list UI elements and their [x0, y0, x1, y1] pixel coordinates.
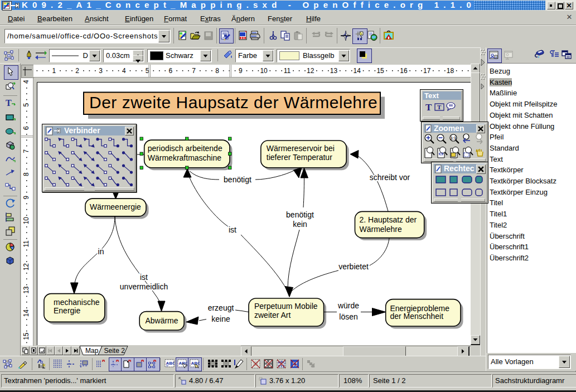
svg-text:7: 7 [192, 67, 196, 75]
svg-text:A: A [495, 56, 497, 59]
svg-text:12: 12 [22, 263, 30, 271]
svg-text:6: 6 [22, 126, 30, 130]
svg-text:benötigt: benötigt [224, 175, 251, 184]
svg-text:ist: ist [229, 225, 236, 234]
svg-text:2. Hauptsatz der: 2. Hauptsatz der [360, 215, 417, 224]
svg-text:würde: würde [337, 301, 359, 310]
svg-text:schreibt vor: schreibt vor [370, 173, 410, 182]
svg-text:Der zweite Haupsatz der Wärmel: Der zweite Haupsatz der Wärmelehre [89, 93, 377, 112]
svg-text:1: 1 [52, 67, 56, 75]
svg-text:4: 4 [122, 67, 126, 75]
svg-text:kein: kein [293, 220, 307, 229]
svg-text:8: 8 [215, 67, 219, 75]
svg-text:11: 11 [22, 240, 30, 248]
svg-text:2: 2 [75, 67, 79, 75]
svg-text:13: 13 [330, 67, 338, 75]
svg-text:Energie: Energie [54, 306, 80, 315]
svg-text:Wärmeenergie: Wärmeenergie [90, 202, 141, 211]
svg-text:Wärmereservoir bei: Wärmereservoir bei [267, 144, 335, 153]
svg-text:18: 18 [447, 67, 454, 75]
svg-text:14: 14 [354, 67, 361, 75]
svg-text:10: 10 [22, 217, 30, 225]
svg-text:T: T [437, 104, 442, 110]
svg-text:Seite 2: Seite 2 [104, 347, 125, 355]
svg-text:7: 7 [22, 149, 30, 153]
svg-text:zweiter Art: zweiter Art [254, 311, 291, 320]
svg-text:Wärmekraftmaschine: Wärmekraftmaschine [148, 153, 221, 162]
svg-text:11: 11 [284, 67, 291, 75]
svg-text:15: 15 [22, 332, 30, 340]
svg-text:14: 14 [22, 309, 30, 317]
svg-text:9: 9 [22, 196, 30, 200]
svg-text:3: 3 [99, 67, 103, 75]
svg-text:der Menschheit: der Menschheit [390, 312, 443, 321]
svg-text:5: 5 [22, 103, 30, 107]
svg-text:10: 10 [260, 67, 268, 75]
svg-text:T: T [425, 102, 432, 112]
svg-text:1:1: 1:1 [451, 136, 456, 140]
svg-text:verbietet: verbietet [338, 262, 369, 271]
svg-text:9: 9 [239, 67, 243, 75]
svg-text:15: 15 [376, 67, 384, 75]
svg-text:6: 6 [169, 67, 173, 75]
svg-text:ABC: ABC [166, 361, 175, 366]
svg-text:Abwärme: Abwärme [145, 316, 178, 325]
svg-text:keine: keine [211, 314, 230, 323]
svg-text:ist: ist [140, 273, 148, 282]
svg-text:Wärmelehre: Wärmelehre [360, 225, 402, 234]
svg-text:lösen: lösen [339, 312, 357, 321]
svg-text:T: T [6, 98, 12, 108]
svg-text:periodisch arbeitende: periodisch arbeitende [148, 144, 222, 153]
svg-text:12: 12 [307, 67, 314, 75]
svg-text:in: in [98, 247, 104, 256]
svg-text:Perpetuum Mobile: Perpetuum Mobile [254, 302, 318, 311]
svg-text:Map: Map [85, 347, 99, 355]
svg-text:17: 17 [423, 67, 431, 75]
svg-text:unvermeidlich: unvermeidlich [120, 282, 168, 291]
svg-text:13: 13 [22, 286, 30, 294]
svg-text:tieferer Temperatur: tieferer Temperatur [267, 153, 332, 162]
svg-text:4: 4 [22, 80, 30, 84]
svg-text:benötigt: benötigt [286, 210, 314, 219]
svg-text:erzeugt: erzeugt [208, 303, 234, 312]
svg-text:8: 8 [22, 172, 30, 176]
svg-text:16: 16 [400, 67, 408, 75]
